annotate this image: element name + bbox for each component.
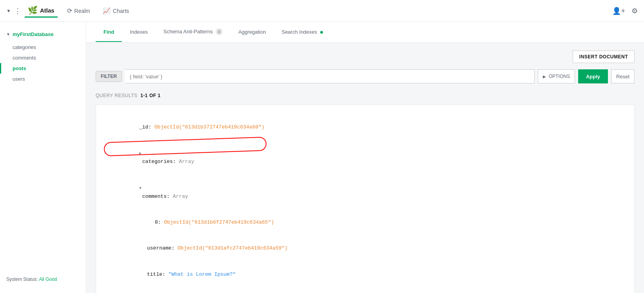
sidebar-item-users[interactable]: users	[0, 74, 86, 84]
realm-nav-item[interactable]: ⟳ Realm	[62, 0, 95, 22]
filter-input[interactable]	[125, 69, 534, 83]
user-add-icon[interactable]: 👤+	[612, 7, 625, 15]
options-arrow-icon: ▶	[543, 74, 546, 79]
top-nav-actions: 👤+ ⚙	[612, 7, 638, 15]
tab-aggregation[interactable]: Aggregation	[230, 23, 274, 42]
field-id: _id: ObjectId("613d1b372747eb419c634a60"…	[109, 114, 622, 140]
settings-icon[interactable]: ⚙	[631, 7, 638, 15]
nav-dropdown-arrow[interactable]: ▼	[6, 8, 11, 14]
system-status-label: System Status:	[6, 277, 38, 282]
field-username: username: ObjectId("613d1afc2747eb419c63…	[109, 235, 622, 261]
content-area: INSERT DOCUMENT FILTER ▶ OPTIONS Apply R…	[86, 43, 644, 293]
atlas-leaf-icon: 🌿	[28, 5, 38, 15]
filter-tag: FILTER	[96, 71, 122, 82]
sidebar-collections: categories comments posts users	[0, 40, 86, 86]
sidebar: ▼ myFirstDatabase categories comments po…	[0, 22, 86, 293]
insert-document-button[interactable]: INSERT DOCUMENT	[573, 51, 635, 63]
nav-dots[interactable]: ⋮	[14, 7, 22, 15]
atlas-logo[interactable]: 🌿 Atlas	[25, 4, 58, 18]
comments-expand-icon[interactable]: ▼	[139, 186, 141, 190]
doc-toolbar: INSERT DOCUMENT	[96, 51, 635, 63]
atlas-label: Atlas	[40, 7, 54, 14]
options-button[interactable]: ▶ OPTIONS	[538, 69, 575, 83]
tab-find[interactable]: Find	[96, 23, 122, 42]
search-indexes-dot	[320, 31, 323, 34]
field-comment-0: 0: ObjectId("613d1b6f2747eb419c634a65")	[109, 210, 622, 235]
field-title: title: "What is Lorem Ipsum?"	[109, 262, 622, 288]
field-comments-type: Array	[173, 194, 188, 199]
charts-icon: 📈	[103, 7, 111, 14]
apply-button[interactable]: Apply	[578, 69, 608, 83]
schema-anti-patterns-badge: 0	[216, 28, 223, 35]
sidebar-item-comments[interactable]: comments	[0, 52, 86, 63]
reset-button[interactable]: Reset	[611, 69, 635, 83]
tab-schema-anti-patterns[interactable]: Schema Anti-Patterns 0	[156, 22, 230, 42]
main-content: Find Indexes Schema Anti-Patterns 0 Aggr…	[86, 22, 644, 293]
document-card: _id: ObjectId("613d1b372747eb419c634a60"…	[96, 105, 635, 293]
sidebar-database[interactable]: ▼ myFirstDatabase	[0, 28, 86, 40]
field-title-value: "What is Lorem Ipsum?"	[169, 271, 236, 277]
field-comments: ▼ comments: Array	[109, 175, 622, 210]
sidebar-footer: System Status: All Good	[0, 272, 86, 287]
field-comment-0-value: ObjectId("613d1b6f2747eb419c634a65")	[164, 219, 274, 225]
field-description: description: "What is Lorem Ipsum?	[109, 288, 622, 293]
field-categories-type: Array	[179, 159, 194, 165]
categories-expand-icon[interactable]: ▶	[139, 151, 141, 156]
charts-nav-item[interactable]: 📈 Charts	[98, 0, 134, 22]
sidebar-item-categories[interactable]: categories	[0, 42, 86, 52]
field-username-value: ObjectId("613d1afc2747eb419c634a59")	[178, 245, 288, 251]
charts-label: Charts	[113, 8, 129, 14]
collection-tabs: Find Indexes Schema Anti-Patterns 0 Aggr…	[86, 22, 644, 43]
realm-label: Realm	[74, 8, 90, 14]
query-results-header: QUERY RESULTS 1-1 OF 1	[96, 93, 635, 98]
field-categories: ▶ categories: Array	[109, 140, 622, 175]
realm-icon: ⟳	[67, 7, 72, 14]
tab-search-indexes[interactable]: Search Indexes	[274, 23, 331, 42]
top-nav: ▼ ⋮ 🌿 Atlas ⟳ Realm 📈 Charts 👤+ ⚙	[0, 0, 644, 22]
sidebar-item-posts[interactable]: posts	[0, 63, 86, 74]
filter-bar: FILTER ▶ OPTIONS Apply Reset	[96, 69, 635, 83]
system-status-value: All Good	[39, 277, 57, 282]
tab-indexes[interactable]: Indexes	[122, 23, 156, 42]
db-arrow-icon: ▼	[6, 32, 10, 36]
field-id-value: ObjectId("613d1b372747eb419c634a60")	[154, 124, 265, 130]
database-name: myFirstDatabase	[13, 31, 54, 37]
